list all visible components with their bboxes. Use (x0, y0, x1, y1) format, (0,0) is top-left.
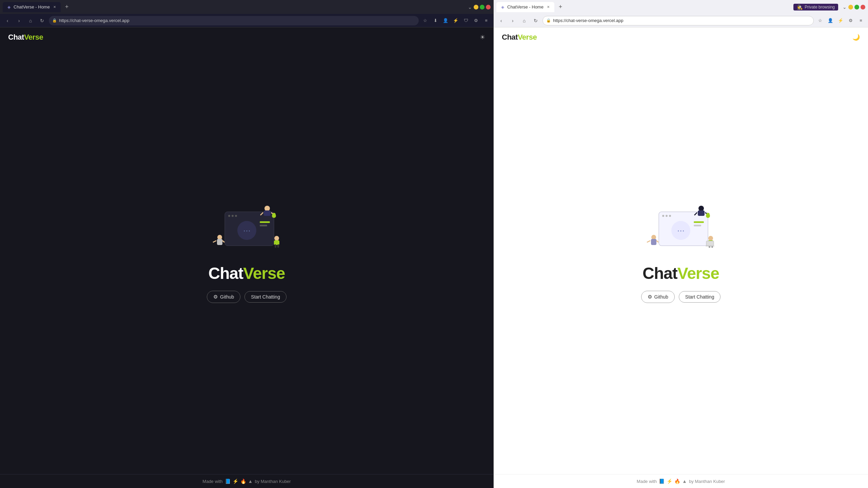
star-icon[interactable]: ☆ (421, 16, 430, 25)
left-back-btn[interactable]: ‹ (3, 16, 12, 25)
lightning-icon[interactable]: ⚡ (451, 16, 460, 25)
left-win-controls: ⌄ (468, 5, 491, 9)
right-brand-verse: Verse (518, 33, 537, 41)
right-refresh-btn[interactable]: ↻ (531, 16, 540, 25)
right-extension-icon[interactable]: ⚡ (836, 16, 845, 25)
svg-point-1 (228, 215, 230, 217)
profile-icon[interactable]: 👤 (441, 16, 450, 25)
left-toolbar-icons: ☆ ⬇ 👤 ⚡ 🛡 ⚙ ≡ (421, 16, 491, 25)
svg-rect-7 (260, 225, 267, 226)
right-hero-section: ⋯ (494, 47, 868, 474)
left-start-chatting-btn[interactable]: Start Chatting (244, 291, 287, 303)
right-tab-bar: ◈ ChatVerse - Home ✕ + 🕵 Private browsin… (494, 0, 868, 14)
svg-rect-10 (264, 210, 271, 216)
right-illustration: ⋯ (644, 198, 718, 257)
left-brand-logo: ChatVerse (8, 33, 43, 42)
right-vercel-icon: ▲ (682, 479, 687, 484)
svg-text:⋯: ⋯ (243, 226, 251, 235)
svg-point-31 (698, 206, 704, 211)
left-footer: Made with 📘 ⚡ 🔥 ▲ by Manthan Kuber (0, 474, 493, 488)
right-forward-btn[interactable]: › (508, 16, 517, 25)
right-active-tab[interactable]: ◈ ChatVerse - Home ✕ (496, 2, 554, 12)
maximize-btn[interactable] (480, 5, 485, 9)
svg-point-2 (232, 215, 234, 217)
download-icon[interactable]: ⬇ (431, 16, 440, 25)
right-brand-logo: ChatVerse (502, 33, 537, 42)
right-close-btn[interactable] (861, 5, 865, 9)
github-icon: ⚙ (213, 294, 218, 300)
right-toolbar-icons: ☆ 👤 ⚡ ⚙ ≡ (816, 16, 865, 25)
right-vite-icon: ⚡ (667, 479, 672, 484)
left-page: ChatVerse ☀ ⋯ (0, 27, 493, 488)
right-theme-toggle-icon[interactable]: 🌙 (852, 34, 860, 41)
shield-icon[interactable]: 🛡 (461, 16, 470, 25)
left-hero-buttons: ⚙ Github Start Chatting (207, 291, 287, 303)
right-start-chatting-btn[interactable]: Start Chatting (679, 291, 721, 303)
left-app-header: ChatVerse ☀ (0, 27, 493, 47)
left-home-btn[interactable]: ⌂ (26, 16, 35, 25)
right-footer: Made with 📘 ⚡ 🔥 ▲ by Manthan Kuber (494, 474, 868, 488)
right-url-text: https://chat-verse-omega.vercel.app (553, 18, 623, 23)
svg-rect-32 (698, 210, 705, 216)
right-settings-icon[interactable]: ⚙ (846, 16, 855, 25)
right-menu-icon[interactable]: ≡ (856, 16, 865, 25)
right-star-icon[interactable]: ☆ (816, 16, 825, 25)
left-brand-verse: Verse (24, 33, 43, 41)
right-footer-by: by Manthan Kuber (689, 479, 725, 484)
svg-point-24 (666, 215, 668, 217)
minimize-btn[interactable] (474, 5, 478, 9)
chevron-down-icon[interactable]: ⌄ (468, 5, 472, 9)
left-tab-close-btn[interactable]: ✕ (52, 4, 57, 10)
left-github-btn[interactable]: ⚙ Github (207, 291, 240, 303)
left-url-text: https://chat-verse-omega.vercel.app (59, 18, 129, 23)
right-brand-chat: Chat (502, 33, 518, 41)
left-footer-by: by Manthan Kuber (255, 479, 291, 484)
right-tab-title: ChatVerse - Home (507, 4, 544, 9)
right-url-box[interactable]: 🔒 https://chat-verse-omega.vercel.app (542, 16, 814, 25)
svg-point-35 (706, 213, 710, 216)
svg-rect-29 (694, 225, 701, 226)
right-hero-title: ChatVerse (643, 264, 719, 283)
left-footer-made: Made with (202, 479, 222, 484)
private-browsing-label: Private browsing (805, 5, 835, 9)
right-maximize-btn[interactable] (854, 5, 859, 9)
menu-icon[interactable]: ≡ (482, 16, 491, 25)
left-active-tab[interactable]: ◈ ChatVerse - Home ✕ (3, 2, 61, 12)
left-new-tab-btn[interactable]: + (62, 2, 72, 12)
right-home-btn[interactable]: ⌂ (519, 16, 529, 25)
svg-rect-28 (694, 221, 704, 223)
svg-line-38 (647, 241, 650, 242)
left-url-box[interactable]: 🔒 https://chat-verse-omega.vercel.app (49, 16, 419, 25)
right-new-tab-btn[interactable]: + (556, 2, 565, 12)
svg-point-9 (264, 206, 270, 211)
svg-line-16 (213, 241, 216, 242)
left-forward-btn[interactable]: › (14, 16, 24, 25)
right-profile-icon[interactable]: 👤 (826, 16, 835, 25)
svg-rect-20 (275, 244, 276, 248)
right-github-btn[interactable]: ⚙ Github (641, 291, 675, 303)
right-minimize-btn[interactable] (848, 5, 853, 9)
left-browser-pane: ◈ ChatVerse - Home ✕ + ⌄ ‹ › ⌂ ↻ 🔒 https… (0, 0, 494, 488)
private-browsing-badge: 🕵 Private browsing (793, 4, 838, 11)
settings-icon[interactable]: ⚙ (472, 16, 480, 25)
svg-point-3 (235, 215, 237, 217)
left-address-bar: ‹ › ⌂ ↻ 🔒 https://chat-verse-omega.verce… (0, 14, 493, 27)
right-win-controls: ⌄ (842, 5, 865, 9)
svg-point-14 (217, 235, 222, 240)
close-btn[interactable] (486, 5, 491, 9)
theme-toggle-icon[interactable]: ☀ (480, 34, 485, 41)
left-illustration-svg: ⋯ (210, 198, 284, 256)
right-tab-close-btn[interactable]: ✕ (546, 4, 551, 10)
svg-rect-44 (706, 241, 714, 246)
left-illustration: ⋯ (210, 198, 284, 257)
left-refresh-btn[interactable]: ↻ (37, 16, 47, 25)
vite-icon: ⚡ (233, 479, 238, 484)
left-hero-title-chat: Chat (209, 264, 243, 282)
left-hero-title-verse: Verse (243, 264, 285, 282)
right-back-btn[interactable]: ‹ (496, 16, 506, 25)
right-hero-title-verse: Verse (677, 264, 719, 282)
vercel-icon: ▲ (248, 479, 253, 484)
right-chevron-down-icon[interactable]: ⌄ (842, 5, 847, 9)
svg-rect-19 (274, 240, 279, 245)
right-firebase-icon: 🔥 (674, 479, 680, 484)
